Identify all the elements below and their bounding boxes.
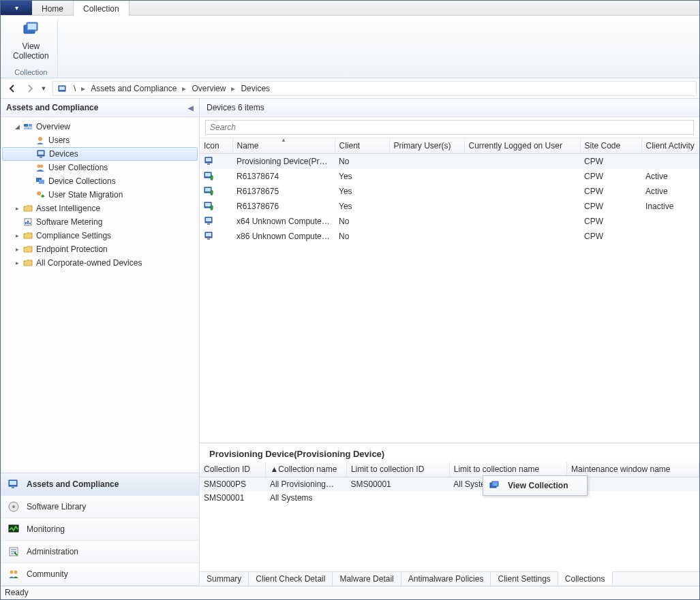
svg-rect-10: [38, 151, 44, 155]
context-view-collection[interactable]: View Collection: [485, 477, 585, 494]
cell-client: No: [335, 214, 389, 229]
svg-rect-2: [28, 24, 36, 29]
tree-label: Asset Intelligence: [36, 204, 100, 213]
dcol-limit-id[interactable]: Limit to collection ID: [346, 462, 449, 477]
migration-icon: [35, 190, 46, 200]
expander-icon[interactable]: ▸: [13, 232, 21, 239]
dtab-malware[interactable]: Malware Detail: [333, 572, 401, 586]
tree-node-endpoint-protection[interactable]: ▸ Endpoint Protection: [2, 242, 198, 256]
dtab-client-check[interactable]: Client Check Detail: [249, 572, 333, 586]
tree-node-asset-intelligence[interactable]: ▸ Asset Intelligence: [2, 202, 198, 215]
cell-icon: [200, 229, 232, 244]
cell-primary: [389, 169, 464, 184]
workspace-community[interactable]: Community: [1, 563, 199, 586]
content-header: Devices 6 items: [200, 99, 699, 117]
device-collections-icon: [35, 176, 46, 186]
cell-site: CPW: [580, 169, 641, 184]
breadcrumb-root-icon: [57, 84, 67, 93]
cell-logged: [464, 154, 580, 170]
cell-site: CPW: [580, 154, 641, 170]
details-title: Provisioning Device(Provisioning Device): [200, 443, 699, 462]
tree-node-users[interactable]: Users: [2, 133, 198, 147]
view-collection-icon: [489, 480, 502, 491]
search-input[interactable]: [205, 120, 694, 135]
cell-name: x64 Unknown Computer…: [232, 214, 335, 229]
col-client[interactable]: Client: [335, 138, 389, 154]
workspace-label: Community: [27, 569, 68, 579]
device-icon: [204, 201, 228, 212]
cell-site: CPW: [580, 214, 641, 229]
cell-name: R61378674: [232, 169, 335, 184]
col-logged-on[interactable]: Currently Logged on User: [464, 138, 580, 154]
dtab-client-settings[interactable]: Client Settings: [491, 572, 558, 586]
cell-icon: [200, 169, 232, 184]
workspace-monitoring[interactable]: Monitoring: [1, 518, 199, 541]
cell-client: Yes: [335, 184, 389, 199]
dcol-collection-name[interactable]: ▲Collection name: [266, 462, 346, 477]
dtab-summary[interactable]: Summary: [200, 572, 249, 586]
tree-node-overview[interactable]: ◢ Overview: [2, 120, 198, 133]
cell-col-name: All Provisioning…: [266, 477, 346, 492]
tree-node-user-collections[interactable]: User Collections: [2, 161, 198, 174]
tree-label: All Corporate-owned Devices: [36, 258, 142, 268]
breadcrumb-devices[interactable]: Devices: [237, 84, 274, 93]
table-row[interactable]: R61378676YesCPWInactive: [200, 199, 699, 214]
tab-home[interactable]: Home: [32, 1, 74, 15]
col-site-code[interactable]: Site Code: [580, 138, 641, 154]
svg-rect-44: [492, 481, 498, 486]
col-client-activity[interactable]: Client Activity: [641, 138, 699, 154]
chevron-right-icon: ▸: [230, 84, 237, 93]
dtab-antimalware[interactable]: Antimalware Policies: [401, 572, 491, 586]
breadcrumb-root[interactable]: \: [70, 84, 80, 93]
nav-history-dropdown[interactable]: ▼: [39, 81, 48, 96]
device-icon: [204, 156, 228, 167]
app-menu-dropdown[interactable]: ▾: [1, 1, 32, 15]
workspace-assets[interactable]: Assets and Compliance: [1, 473, 199, 496]
tree-node-user-state-migration[interactable]: User State Migration: [2, 188, 198, 202]
table-row[interactable]: SMS00001All Systems: [200, 491, 699, 505]
cell-primary: [389, 184, 464, 199]
col-icon[interactable]: Icon: [200, 138, 232, 154]
cell-name: R61378675: [232, 184, 335, 199]
grid-header-row: Icon ▲Name Client Primary User(s) Curren…: [200, 138, 699, 154]
table-row[interactable]: x64 Unknown Computer…NoCPW: [200, 214, 699, 229]
table-row[interactable]: R61378674YesCPWActive: [200, 169, 699, 184]
breadcrumb-assets[interactable]: Assets and Compliance: [87, 84, 181, 93]
table-row[interactable]: Provisioning Device(Pro…NoCPW: [200, 154, 699, 170]
details-header-row: Collection ID ▲Collection name Limit to …: [200, 462, 699, 477]
software-icon: [7, 501, 21, 513]
workspace-label: Assets and Compliance: [27, 479, 119, 489]
tree-node-compliance-settings[interactable]: ▸ Compliance Settings: [2, 229, 198, 242]
table-row[interactable]: SMS000PSAll Provisioning…SMS00001All Sys…: [200, 477, 699, 492]
tree-label: Software Metering: [36, 217, 102, 227]
expander-icon[interactable]: ▸: [13, 259, 21, 266]
workspace-software[interactable]: Software Library: [1, 496, 199, 518]
expander-icon[interactable]: ◢: [13, 123, 21, 130]
expander-icon[interactable]: ▸: [13, 246, 21, 253]
main-area: Assets and Compliance ◀ ◢ Overview Users: [1, 99, 699, 586]
table-row[interactable]: R61378675YesCPWActive: [200, 184, 699, 199]
sidebar-collapse-icon[interactable]: ◀: [188, 104, 194, 112]
workspace-administration[interactable]: Administration: [1, 541, 199, 563]
dcol-collection-id[interactable]: Collection ID: [200, 462, 266, 477]
nav-back-button[interactable]: [3, 81, 21, 96]
svg-rect-39: [207, 223, 210, 225]
col-primary-user[interactable]: Primary User(s): [389, 138, 464, 154]
table-row[interactable]: x86 Unknown Computer…NoCPW: [200, 229, 699, 244]
cell-site: CPW: [580, 199, 641, 214]
svg-rect-15: [39, 180, 44, 184]
administration-icon: [7, 546, 21, 558]
tab-collection[interactable]: Collection: [74, 1, 130, 16]
col-name[interactable]: ▲Name: [232, 138, 335, 154]
dtab-collections[interactable]: Collections: [558, 571, 613, 586]
tree-node-corp-devices[interactable]: ▸ All Corporate-owned Devices: [2, 256, 198, 270]
cell-activity: [641, 214, 699, 229]
tree-node-devices[interactable]: Devices: [2, 147, 198, 161]
expander-icon[interactable]: ▸: [13, 205, 21, 212]
tree-node-device-collections[interactable]: Device Collections: [2, 174, 198, 188]
tree-node-software-metering[interactable]: Software Metering: [2, 215, 198, 229]
sidebar-title: Assets and Compliance: [6, 103, 98, 112]
view-collection-button[interactable]: View Collection: [10, 18, 52, 63]
nav-forward-button[interactable]: [21, 81, 39, 96]
breadcrumb-overview[interactable]: Overview: [187, 84, 230, 93]
